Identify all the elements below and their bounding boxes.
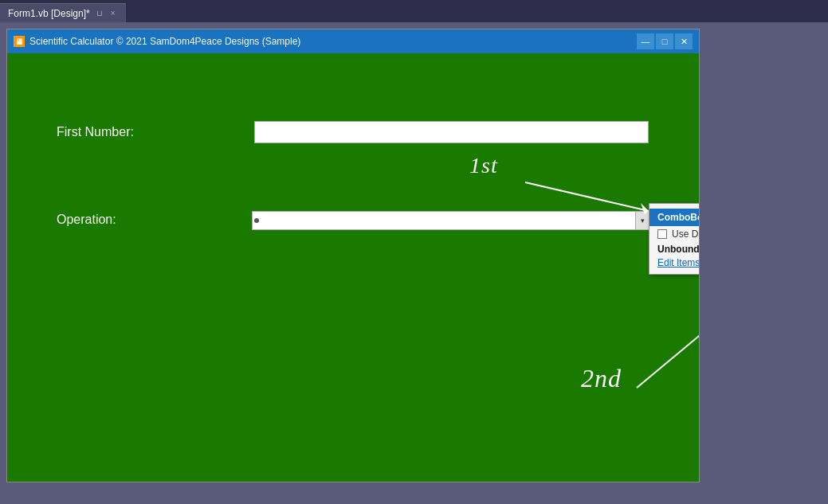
- first-number-label: First Number:: [57, 125, 134, 139]
- svg-line-0: [525, 182, 649, 211]
- form-window: 🖥 Scientific Calculator © 2021 SamDom4Pe…: [6, 29, 700, 483]
- popup-title: ComboBox Tasks: [649, 209, 699, 226]
- form-design-surface: First Number: Operation: ▾ 1st: [7, 53, 699, 482]
- first-number-input[interactable]: [254, 121, 649, 143]
- use-data-bound-row[interactable]: Use Data Bound Items: [649, 226, 699, 242]
- tab-close-icon[interactable]: ×: [109, 8, 117, 18]
- operation-label: Operation:: [57, 213, 116, 227]
- tab-form1[interactable]: Form1.vb [Design]* ⊔ ×: [0, 3, 126, 22]
- close-button[interactable]: ✕: [675, 33, 693, 49]
- tab-pin-icon[interactable]: ⊔: [95, 8, 104, 18]
- svg-line-2: [637, 288, 699, 388]
- use-data-bound-label: Use Data Bound Items: [672, 229, 699, 240]
- ide-background: 🖥 Scientific Calculator © 2021 SamDom4Pe…: [0, 22, 828, 504]
- form-icon: 🖥: [14, 36, 25, 47]
- maximize-button[interactable]: □: [656, 33, 673, 49]
- annotation-arrows: [7, 53, 699, 482]
- combobox-dot: [254, 218, 259, 223]
- unbound-mode-label: Unbound Mode: [649, 242, 699, 256]
- combobox-tasks-popup: ComboBox Tasks Use Data Bound Items Unbo…: [649, 203, 699, 275]
- annotation-second: 2nd: [581, 364, 622, 393]
- window-controls: — □ ✕: [637, 33, 693, 49]
- operation-combobox[interactable]: ▾: [252, 211, 650, 230]
- annotation-first: 1st: [469, 153, 498, 178]
- edit-items-link[interactable]: Edit Items...: [649, 256, 699, 269]
- combobox-dropdown-arrow[interactable]: ▾: [635, 212, 649, 229]
- form-title: Scientific Calculator © 2021 SamDom4Peac…: [29, 36, 632, 47]
- minimize-button[interactable]: —: [637, 33, 654, 49]
- form-titlebar: 🖥 Scientific Calculator © 2021 SamDom4Pe…: [7, 29, 699, 53]
- use-data-bound-checkbox[interactable]: [657, 229, 667, 239]
- tab-bar: Form1.vb [Design]* ⊔ ×: [0, 0, 828, 22]
- tab-label: Form1.vb [Design]*: [8, 8, 90, 19]
